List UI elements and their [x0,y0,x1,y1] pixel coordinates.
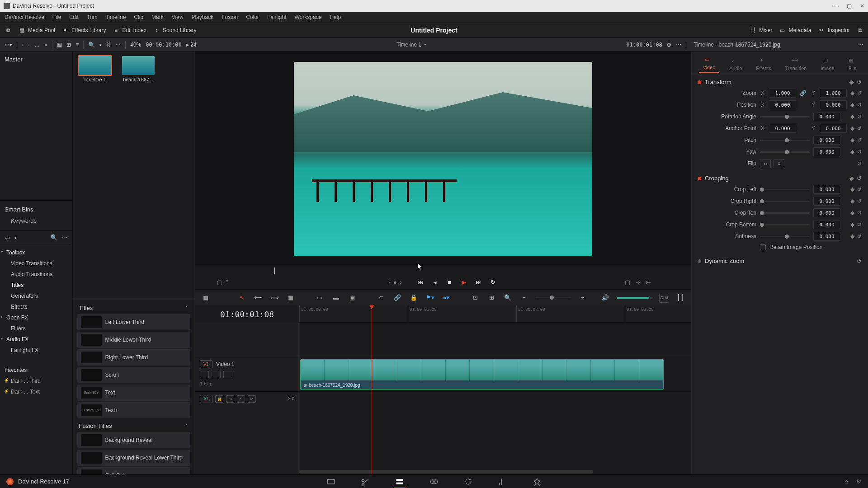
sound-library-toggle[interactable]: ♪Sound Library [153,27,197,34]
match-next-icon[interactable]: › [400,279,401,286]
minimize-button[interactable]: — [833,3,839,9]
menu-trim[interactable]: Trim [87,14,98,20]
title-call-out[interactable]: Call Out [77,467,190,475]
menu-fairlight[interactable]: Fairlight [267,14,287,20]
viewer-options-icon[interactable]: ⋯ [676,42,681,48]
page-media[interactable] [325,477,337,486]
yaw-input[interactable]: 0.000 [813,147,840,156]
thumb-view-icon[interactable]: ▦ [57,42,62,48]
audio-track-header[interactable]: A1 🔒 ▭ S M 2.0 [195,391,299,406]
replace-tool[interactable]: ▣ [347,293,357,303]
anchor-y-input[interactable]: 0.000 [820,124,847,133]
v1-auto-select-icon[interactable] [212,371,221,378]
program-viewer[interactable] [195,52,691,267]
grid-view-icon[interactable]: ⊞ [66,42,71,48]
kf-icon[interactable]: ◆ [849,79,854,85]
master-bin[interactable]: Master [5,54,68,65]
expand-button[interactable]: ⧉ [5,27,12,34]
list-view-icon[interactable]: ≡ [75,42,79,48]
inspector-tab-effects[interactable]: ✦Effects [752,56,774,73]
mixer-toggle[interactable]: ┆┆Mixer [749,27,772,34]
clip-beach[interactable]: ⊕beach-1867524_1920.jpg [300,359,664,390]
breadcrumb-dots[interactable]: … [34,42,40,48]
bin-view-icon[interactable]: ▭▾ [5,42,12,48]
v1-disable-icon[interactable] [223,371,232,378]
nav-back-icon[interactable]: ‹ [22,42,24,48]
menu-color[interactable]: Color [246,14,259,20]
titles-section[interactable]: Titles⌃ [77,302,190,314]
v1-tag[interactable]: V1 [200,360,212,368]
a1-mute-icon[interactable]: M [248,395,256,403]
menu-edit[interactable]: Edit [69,14,79,20]
dynamic-trim-tool[interactable]: ⟺ [269,293,279,303]
crop-bottom-input[interactable]: 0.000 [813,220,840,229]
go-start-button[interactable]: ⏮ [416,277,425,286]
step-back-button[interactable]: ◂ [430,277,439,286]
bin-options-icon[interactable]: ⋯ [62,234,68,241]
crop-right-slider[interactable] [760,201,810,202]
title-background-reveal[interactable]: Background Reveal [77,432,190,448]
page-cut[interactable] [359,477,371,486]
reset-icon[interactable]: ↺ [857,79,862,85]
anchor-x-input[interactable]: 0.000 [769,124,796,133]
dim-icon[interactable]: DIM [659,293,669,303]
nav-audiofx[interactable]: Audio FX [0,334,71,345]
zoom-in-icon[interactable]: + [578,293,588,303]
safe-area-chevron[interactable]: ▾ [226,279,228,286]
timeline-timecode[interactable]: 01:00:01:08 [195,305,299,323]
match-dot-icon[interactable]: ● [393,279,397,286]
search-icon-2[interactable]: 🔍 [50,234,57,241]
title-right-lower-third[interactable]: Right Lower Third [77,349,190,366]
trim-tool[interactable]: ⟷ [253,293,263,303]
lock-icon[interactable]: 🔒 [409,293,419,303]
inspector-tab-image[interactable]: ▢Image [817,56,838,73]
link-icon[interactable]: 🔗 [392,293,402,303]
title-text-plus[interactable]: Custom TitleText+ [77,402,190,418]
zoom-detail-icon[interactable]: ⊞ [486,293,496,303]
next-edit-icon[interactable]: ⇥ [636,279,641,286]
pos-y-input[interactable]: 0.000 [820,100,847,109]
play-button[interactable]: ▶ [459,277,468,286]
loop-button[interactable]: ↻ [488,277,497,286]
zoom-y-input[interactable]: 1.000 [820,89,847,98]
video-track-1[interactable]: ⊕beach-1867524_1920.jpg [299,357,691,391]
nav-filters[interactable]: Filters [0,323,71,334]
crop-top-slider[interactable] [760,212,810,214]
edit-index-toggle[interactable]: ≡Edit Index [113,27,146,34]
page-fairlight[interactable] [497,477,509,486]
menu-view[interactable]: View [172,14,184,20]
media-pool-toggle[interactable]: ▦Media Pool [18,27,55,34]
viewer-zoom[interactable]: 40% [130,42,141,48]
video-track-header[interactable]: V1 Video 1 1 Clip [195,357,299,391]
inspector-tab-audio[interactable]: ♪Audio [726,56,745,73]
playhead[interactable] [372,305,372,474]
menu-file[interactable]: File [52,14,61,20]
nav-generators[interactable]: Generators [0,291,71,301]
home-icon[interactable]: ⌂ [844,478,848,485]
crop-right-input[interactable]: 0.000 [813,197,840,206]
a1-tag[interactable]: A1 [200,395,212,403]
inspector-tab-transition[interactable]: ⟷Transition [781,56,810,73]
title-text[interactable]: Basic TitleText [77,385,190,401]
prev-edit-icon[interactable]: ⇤ [646,279,651,286]
bypass-icon[interactable]: ⊕ [667,42,671,48]
menu-help[interactable]: Help [330,14,341,20]
title-background-reveal-lt[interactable]: Background Reveal Lower Third [77,450,190,466]
metadata-toggle[interactable]: ▭Metadata [779,27,811,34]
menu-playback[interactable]: Playback [191,14,213,20]
title-left-lower-third[interactable]: Left Lower Third [77,314,190,330]
smart-bins-header[interactable]: Smart Bins [5,204,68,215]
timeline-view-icon[interactable]: ▦ [201,293,211,303]
inspector-tab-video[interactable]: ▭Video [699,55,719,73]
inspector-toggle[interactable]: ✂Inspector [818,27,850,34]
bin-view-icon-2[interactable]: ▭ [5,234,10,241]
marker-icon[interactable]: ●▾ [441,293,451,303]
inspector-tab-file[interactable]: ▤File [845,56,860,73]
cropping-header[interactable]: Cropping◆↺ [698,173,862,183]
snap-icon[interactable]: ⊂ [376,293,386,303]
bin-chevron[interactable]: ▾ [14,235,17,240]
menu-timeline[interactable]: Timeline [105,14,126,20]
menu-clip[interactable]: Clip [134,14,143,20]
softness-input[interactable]: 0.000 [813,232,840,241]
fav-dark-third[interactable]: Dark ...Third [0,375,71,386]
